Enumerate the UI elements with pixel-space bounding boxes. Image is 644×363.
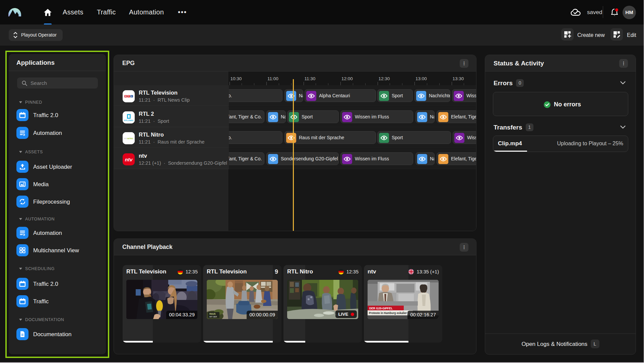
svg-text:DER G20-GIPFEL: DER G20-GIPFEL (369, 307, 393, 310)
svg-text:RAUS: RAUS (209, 313, 216, 315)
svg-text:Proteste in Hamburg eskalier: Proteste in Hamburg eskalier (369, 312, 407, 315)
svg-text:T: T (128, 95, 129, 97)
svg-text:R: R (125, 95, 127, 97)
svg-text:MIT DER: MIT DER (209, 316, 217, 318)
svg-text:ntv: ntv (125, 157, 133, 162)
svg-text:RTLZWEI: RTLZWEI (124, 119, 133, 121)
svg-text:NITRO: NITRO (127, 138, 133, 140)
svg-text:L: L (131, 95, 132, 97)
